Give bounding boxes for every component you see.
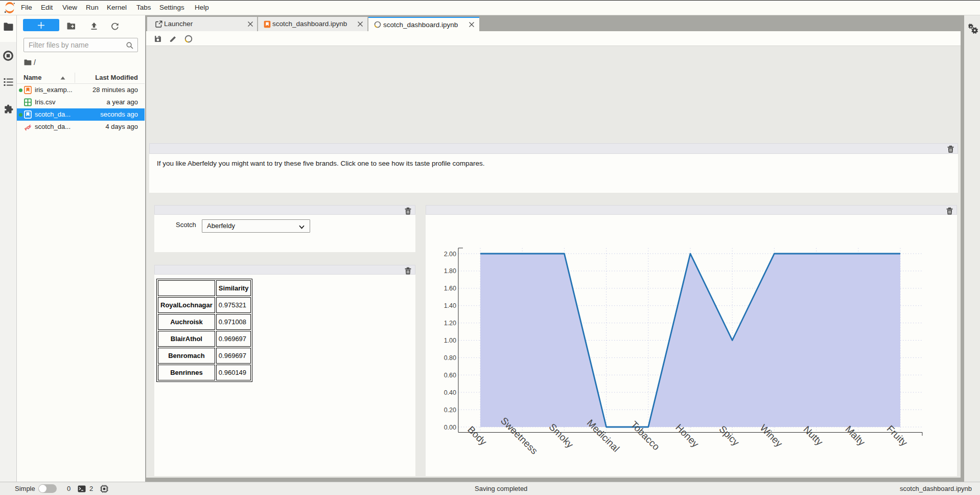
svg-text:0.20: 0.20 <box>444 407 456 414</box>
svg-text:1.80: 1.80 <box>444 267 456 275</box>
svg-text:0.80: 0.80 <box>444 354 456 362</box>
svg-text:2.00: 2.00 <box>444 251 456 258</box>
svg-text:0.60: 0.60 <box>444 372 456 379</box>
svg-text:Nutty: Nutty <box>801 424 825 448</box>
svg-text:PDF: PDF <box>24 124 33 131</box>
svg-text:0.40: 0.40 <box>444 389 456 396</box>
svg-text:Malty: Malty <box>843 424 867 448</box>
svg-text:0.00: 0.00 <box>444 424 456 431</box>
svg-text:Body: Body <box>465 424 489 447</box>
svg-text:1.40: 1.40 <box>444 302 456 309</box>
svg-text:1.60: 1.60 <box>444 285 456 292</box>
svg-text:1.20: 1.20 <box>444 320 456 327</box>
svg-text:1.00: 1.00 <box>444 337 456 344</box>
